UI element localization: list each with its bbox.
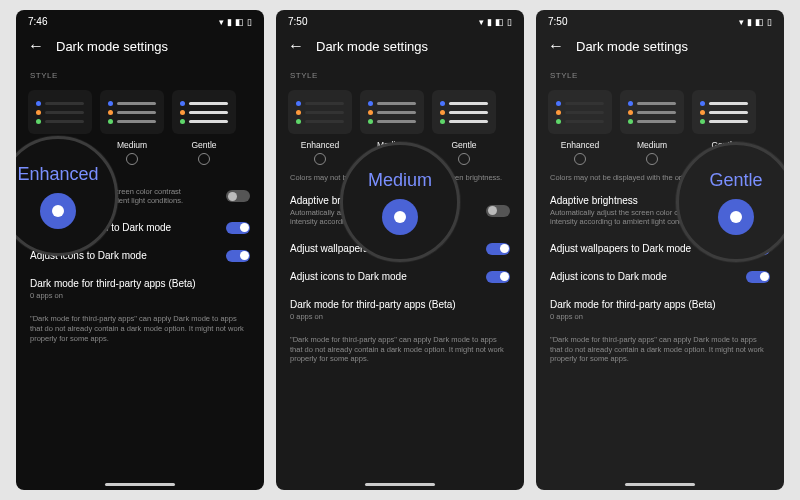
- style-cards: [16, 84, 264, 138]
- color-note: Colors may not be displayed with the ori…: [536, 169, 784, 187]
- section-label-style: STYLE: [536, 67, 784, 84]
- toggle-adaptive[interactable]: [746, 205, 770, 217]
- setting-adaptive[interactable]: Automatically adjust the screen color co…: [16, 169, 264, 214]
- setting-icons[interactable]: Adjust icons to Dark mode: [276, 263, 524, 291]
- battery-icon: ▯: [507, 17, 512, 27]
- toggle-icons[interactable]: [226, 250, 250, 262]
- style-label-enhanced: Enhanced: [28, 140, 92, 150]
- toggle-adaptive[interactable]: [486, 205, 510, 217]
- style-card-gentle[interactable]: [692, 90, 756, 134]
- back-icon[interactable]: ←: [548, 37, 564, 55]
- adaptive-desc: Automatically adjust the screen color co…: [550, 208, 720, 227]
- style-card-medium[interactable]: [100, 90, 164, 134]
- radio-gentle[interactable]: [718, 153, 730, 165]
- wallpaper-label: Adjust wallpapers to Dark mode: [290, 243, 431, 254]
- style-card-medium[interactable]: [620, 90, 684, 134]
- radio-gentle[interactable]: [198, 153, 210, 165]
- style-card-gentle[interactable]: [172, 90, 236, 134]
- battery-icon: ▯: [247, 17, 252, 27]
- setting-wallpaper[interactable]: Adjust wallpapers to Dark mode: [276, 235, 524, 263]
- signal-icon: ▮: [487, 17, 492, 27]
- no-sim-icon: ◧: [755, 17, 764, 27]
- phone-screen-enhanced: 7:46 ▾ ▮ ◧ ▯ ← Dark mode settings STYLE …: [16, 10, 264, 490]
- style-card-enhanced[interactable]: [28, 90, 92, 134]
- toggle-wallpaper[interactable]: [226, 222, 250, 234]
- clock: 7:50: [288, 16, 307, 27]
- adaptive-desc: Automatically adjust the screen color co…: [30, 187, 200, 206]
- radio-enhanced[interactable]: [314, 153, 326, 165]
- page-title: Dark mode settings: [576, 39, 688, 54]
- setting-adaptive[interactable]: Adaptive brightness Automatically adjust…: [276, 187, 524, 235]
- setting-thirdparty[interactable]: Dark mode for third-party apps (Beta) 0 …: [536, 291, 784, 329]
- section-label-style: STYLE: [16, 67, 264, 84]
- clock: 7:50: [548, 16, 567, 27]
- battery-icon: ▯: [767, 17, 772, 27]
- style-label-gentle: Gentle: [432, 140, 496, 150]
- radio-medium[interactable]: [646, 153, 658, 165]
- style-label-medium: Medium: [620, 140, 684, 150]
- setting-thirdparty[interactable]: Dark mode for third-party apps (Beta) 0 …: [16, 270, 264, 308]
- home-indicator[interactable]: [365, 483, 435, 486]
- icons-label: Adjust icons to Dark mode: [290, 271, 407, 282]
- status-bar: 7:46 ▾ ▮ ◧ ▯: [16, 10, 264, 31]
- phone-screen-gentle: 7:50 ▾ ▮ ◧ ▯ ← Dark mode settings STYLE …: [536, 10, 784, 490]
- home-indicator[interactable]: [625, 483, 695, 486]
- wifi-icon: ▾: [479, 17, 484, 27]
- signal-icon: ▮: [747, 17, 752, 27]
- page-title: Dark mode settings: [316, 39, 428, 54]
- style-radio-row: Enhanced Medium Gentle: [536, 138, 784, 169]
- back-icon[interactable]: ←: [28, 37, 44, 55]
- style-radio-row: Enhanced Medium Gentle: [16, 138, 264, 169]
- radio-enhanced[interactable]: [574, 153, 586, 165]
- status-icons: ▾ ▮ ◧ ▯: [739, 17, 772, 27]
- toggle-adaptive[interactable]: [226, 190, 250, 202]
- setting-adaptive[interactable]: Adaptive brightness Automatically adjust…: [536, 187, 784, 235]
- setting-icons[interactable]: Adjust icons to Dark mode: [16, 242, 264, 270]
- thirdparty-label: Dark mode for third-party apps (Beta): [550, 299, 716, 310]
- style-card-medium[interactable]: [360, 90, 424, 134]
- icons-label: Adjust icons to Dark mode: [30, 250, 147, 261]
- footer-note: "Dark mode for third-party apps" can app…: [276, 329, 524, 370]
- page-title: Dark mode settings: [56, 39, 168, 54]
- wallpaper-label: Adjust wallpapers to Dark mode: [30, 222, 171, 233]
- setting-icons[interactable]: Adjust icons to Dark mode: [536, 263, 784, 291]
- thirdparty-label: Dark mode for third-party apps (Beta): [290, 299, 456, 310]
- no-sim-icon: ◧: [495, 17, 504, 27]
- signal-icon: ▮: [227, 17, 232, 27]
- wifi-icon: ▾: [219, 17, 224, 27]
- radio-gentle[interactable]: [458, 153, 470, 165]
- home-indicator[interactable]: [105, 483, 175, 486]
- setting-wallpaper[interactable]: Adjust wallpapers to Dark mode: [536, 235, 784, 263]
- status-bar: 7:50 ▾ ▮ ◧ ▯: [276, 10, 524, 31]
- radio-medium[interactable]: [126, 153, 138, 165]
- setting-wallpaper[interactable]: Adjust wallpapers to Dark mode: [16, 214, 264, 242]
- style-label-medium: Medium: [360, 140, 424, 150]
- status-icons: ▾ ▮ ◧ ▯: [219, 17, 252, 27]
- style-cards: [276, 84, 524, 138]
- color-note: Colors may not be displayed with the ori…: [276, 169, 524, 187]
- toggle-icons[interactable]: [486, 271, 510, 283]
- clock: 7:46: [28, 16, 47, 27]
- style-card-enhanced[interactable]: [548, 90, 612, 134]
- style-radio-row: Enhanced Medium Gentle: [276, 138, 524, 169]
- thirdparty-sub: 0 apps on: [550, 312, 716, 321]
- radio-enhanced[interactable]: [54, 153, 66, 165]
- thirdparty-sub: 0 apps on: [30, 291, 196, 300]
- toggle-icons[interactable]: [746, 271, 770, 283]
- adaptive-title: Adaptive brightness: [550, 195, 720, 206]
- back-icon[interactable]: ←: [288, 37, 304, 55]
- style-label-gentle: Gentle: [172, 140, 236, 150]
- header: ← Dark mode settings: [276, 31, 524, 67]
- radio-medium[interactable]: [386, 153, 398, 165]
- style-label-enhanced: Enhanced: [288, 140, 352, 150]
- phone-screen-medium: 7:50 ▾ ▮ ◧ ▯ ← Dark mode settings STYLE …: [276, 10, 524, 490]
- style-card-gentle[interactable]: [432, 90, 496, 134]
- style-label-enhanced: Enhanced: [548, 140, 612, 150]
- wifi-icon: ▾: [739, 17, 744, 27]
- thirdparty-sub: 0 apps on: [290, 312, 456, 321]
- toggle-wallpaper[interactable]: [746, 243, 770, 255]
- style-card-enhanced[interactable]: [288, 90, 352, 134]
- setting-thirdparty[interactable]: Dark mode for third-party apps (Beta) 0 …: [276, 291, 524, 329]
- toggle-wallpaper[interactable]: [486, 243, 510, 255]
- section-label-style: STYLE: [276, 67, 524, 84]
